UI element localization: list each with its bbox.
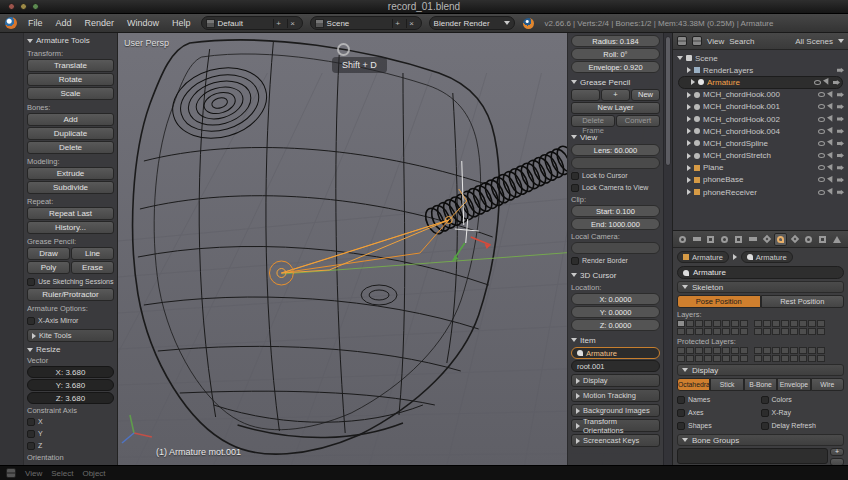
layer-grid-left[interactable] [677,320,748,335]
gp-draw-button[interactable]: Draw [27,247,70,260]
active-bone-name-field[interactable]: root.001 [571,360,660,372]
cursor-z-field[interactable]: Z: 0.0000 [571,319,660,331]
bone-groups-panel-header[interactable]: Bone Groups [677,434,844,446]
local-camera-field[interactable] [571,242,660,254]
clip-start-field[interactable]: Start: 0.100 [571,205,660,217]
tab-material[interactable] [802,233,815,246]
visibility-toggle-icon[interactable] [818,177,825,182]
motion-tracking-panel-header[interactable]: Motion Tracking [571,389,660,402]
armature-name-field[interactable]: Armature [677,266,844,279]
cursor-panel-header[interactable]: 3D Cursor [571,269,660,281]
selectability-toggle-icon[interactable] [827,115,835,123]
octahedral-button[interactable]: Octahedral [677,378,710,391]
viewport-3d[interactable]: User Persp Shift + D (1) Armature mot.00… [118,33,672,465]
outliner-row-mch-chordhook-004[interactable]: MCH_chordHook.004 [675,125,846,137]
scale-button[interactable]: Scale [27,87,114,100]
display-panel-header[interactable]: Display [571,374,660,387]
close-window-button[interactable] [8,3,15,10]
radius-field[interactable]: Radius: 0.184 [571,35,660,47]
selectability-toggle-icon[interactable] [823,78,831,86]
selectability-toggle-icon[interactable] [827,176,835,184]
visibility-toggle-icon[interactable] [818,92,825,97]
scrollbar-thumb[interactable] [665,36,671,166]
visibility-toggle-icon[interactable] [814,80,821,85]
kite-tools-panel-header[interactable]: Kite Tools [27,329,114,342]
render-toggle-icon[interactable] [837,117,844,122]
constraint-x-checkbox[interactable]: X [27,416,114,427]
render-toggle-icon[interactable] [837,190,844,195]
expand-icon[interactable] [687,165,691,171]
visibility-toggle-icon[interactable] [818,117,825,122]
render-toggle-icon[interactable] [837,104,844,109]
outliner-row-mch-chordhook-001[interactable]: MCH_chordHook.001 [675,101,846,113]
pose-position-button[interactable]: Pose Position [677,295,761,308]
delete-frame-button[interactable]: Delete Frame [571,115,615,127]
zoom-window-button[interactable] [32,3,39,10]
expand-icon[interactable] [687,104,691,110]
new-layer-button[interactable]: New Layer [571,102,660,114]
render-border-checkbox[interactable]: Render Border [571,255,660,266]
menu-render[interactable]: Render [79,16,121,30]
tab-physics[interactable] [830,233,843,246]
tool-shelf-header[interactable]: Armature Tools [27,36,114,45]
outliner-view-menu[interactable]: View [707,37,724,46]
expand-icon[interactable] [687,177,691,183]
resize-y-field[interactable]: Y: 3.680 [27,379,114,391]
bbone-button[interactable]: B-Bone [744,378,777,391]
render-toggle-icon[interactable] [837,92,844,97]
tab-world[interactable] [718,233,731,246]
expand-icon[interactable] [687,140,691,146]
add-bone-button[interactable]: Add [27,113,114,126]
expand-icon[interactable] [687,116,691,122]
delay-refresh-checkbox[interactable]: Delay Refresh [761,420,845,431]
tab-render-layers[interactable] [690,233,703,246]
ruler-protractor-button[interactable]: Ruler/Protractor [27,288,114,301]
outliner-search-menu[interactable]: Search [729,37,754,46]
lock-to-cursor-checkbox[interactable]: Lock to Cursor [571,170,660,181]
constraint-z-checkbox[interactable]: Z [27,440,114,451]
protected-grid-right[interactable] [754,347,825,362]
display-panel-header[interactable]: Display [677,364,844,376]
envelope-field[interactable]: Envelope: 0.920 [571,61,660,73]
tab-render[interactable] [676,233,689,246]
axes-checkbox[interactable]: Axes [677,407,761,418]
tab-scene[interactable] [704,233,717,246]
gp-pencil-button[interactable] [571,89,600,101]
render-toggle-icon[interactable] [837,141,844,146]
lock-camera-checkbox[interactable]: Lock Camera to View [571,182,660,193]
subdivide-button[interactable]: Subdivide [27,181,114,194]
render-toggle-icon[interactable] [833,80,840,85]
render-toggle-icon[interactable] [837,129,844,134]
selectability-toggle-icon[interactable] [827,91,835,99]
outliner-row-phonebase[interactable]: phoneBase [675,174,846,186]
constraint-y-checkbox[interactable]: Y [27,428,114,439]
render-toggle-icon[interactable] [837,165,844,170]
outliner-row-armature[interactable]: Armature [678,76,843,88]
expand-icon[interactable] [687,128,691,134]
sketching-sessions-checkbox[interactable]: Use Sketching Sessions [27,276,114,287]
outliner-row-scene[interactable]: Scene [675,52,846,64]
skeleton-panel-header[interactable]: Skeleton [677,281,844,293]
xray-checkbox[interactable]: X-Ray [761,407,845,418]
cursor-y-field[interactable]: Y: 0.0000 [571,306,660,318]
visibility-toggle-icon[interactable] [818,165,825,170]
visibility-toggle-icon[interactable] [818,104,825,109]
selectability-toggle-icon[interactable] [827,127,835,135]
convert-button[interactable]: Convert [616,115,660,127]
tab-object-data[interactable] [774,233,787,246]
render-engine-selector[interactable]: Blender Render [429,16,515,30]
outliner-row-mch-chordhook-000[interactable]: MCH_chordHook.000 [675,89,846,101]
outliner-row-plane[interactable]: Plane [675,162,846,174]
outliner-filter-dropdown[interactable]: All Scenes [795,37,833,46]
delete-scene-button[interactable]: × [406,19,417,28]
view-panel-header[interactable]: View [571,131,660,143]
gp-new-button[interactable]: New [631,89,660,101]
x-axis-mirror-checkbox[interactable]: X-Axis Mirror [27,315,114,326]
gp-erase-button[interactable]: Erase [71,261,114,274]
active-object-name-field[interactable]: Armature [571,347,660,359]
roll-field[interactable]: Roll: 0° [571,48,660,60]
visibility-toggle-icon[interactable] [818,129,825,134]
add-scene-button[interactable]: + [392,19,403,28]
selectability-toggle-icon[interactable] [827,188,835,196]
gp-line-button[interactable]: Line [71,247,114,260]
